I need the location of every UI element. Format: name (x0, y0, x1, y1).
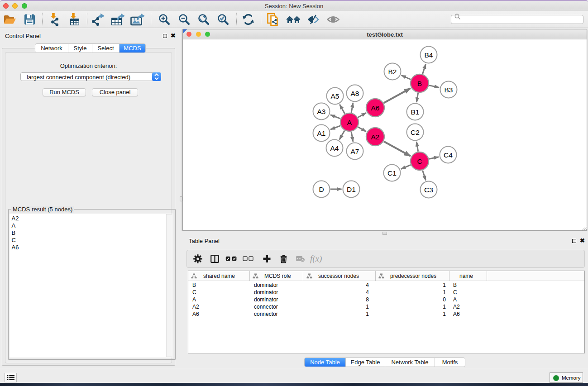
svg-text:A4: A4 (330, 144, 339, 152)
svg-text:A3: A3 (317, 108, 326, 115)
svg-text:B1: B1 (411, 108, 420, 116)
svg-text:B3: B3 (445, 86, 453, 94)
svg-text:A: A (347, 119, 352, 126)
svg-text:D: D (319, 186, 324, 193)
svg-text:C1: C1 (387, 169, 397, 177)
svg-text:D1: D1 (347, 186, 356, 193)
svg-text:B2: B2 (388, 68, 397, 76)
svg-text:A5: A5 (331, 92, 339, 100)
svg-text:C: C (417, 157, 422, 165)
svg-text:A2: A2 (371, 133, 380, 141)
svg-text:B: B (417, 80, 422, 87)
svg-text:C4: C4 (444, 151, 453, 159)
svg-text:A8: A8 (351, 90, 359, 97)
svg-text:C2: C2 (411, 129, 420, 136)
svg-text:A1: A1 (317, 129, 326, 137)
svg-text:C3: C3 (424, 186, 433, 194)
svg-text:A6: A6 (371, 104, 380, 112)
svg-text:A7: A7 (351, 148, 359, 155)
svg-text:B4: B4 (425, 51, 433, 59)
